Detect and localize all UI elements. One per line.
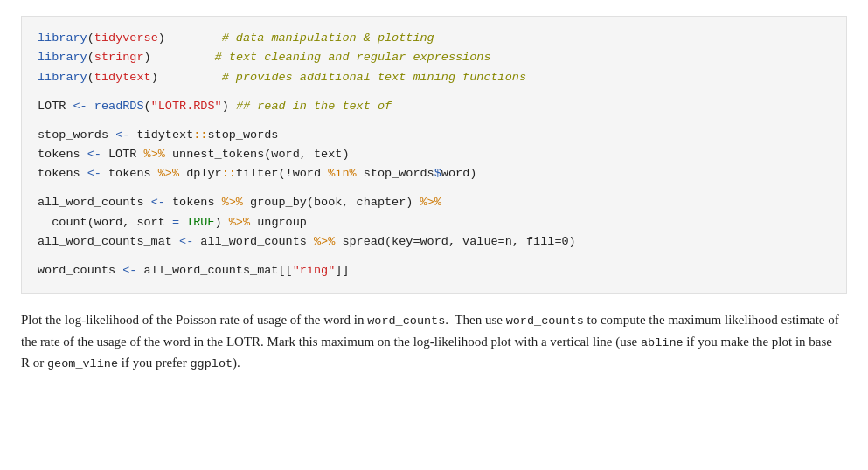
- code-line-10: all_word_counts_mat <- all_word_counts %…: [38, 232, 830, 252]
- code-line-1: library(tidyverse) # data manipulation &…: [38, 29, 830, 48]
- code-line-9: count(word, sort = TRUE) %>% ungroup: [38, 213, 830, 232]
- code-line-6: tokens <- LOTR %>% unnest_tokens(word, t…: [38, 145, 830, 164]
- code-line-8: all_word_counts <- tokens %>% group_by(b…: [38, 193, 830, 212]
- prose-paragraph: Plot the log-likelihood of the Poisson r…: [21, 309, 843, 374]
- code-line-4: LOTR <- readRDS("LOTR.RDS") ## read in t…: [38, 97, 830, 116]
- inline-code-word-counts-2: word_counts: [506, 314, 584, 328]
- code-block: library(tidyverse) # data manipulation &…: [21, 16, 847, 294]
- code-line-2: library(stringr) # text cleaning and reg…: [38, 48, 830, 67]
- inline-code-word-counts-1: word_counts: [367, 314, 445, 328]
- inline-code-ggplot: ggplot: [190, 357, 233, 370]
- code-line-3: library(tidytext) # provides additional …: [38, 68, 830, 87]
- inline-code-geom-vline: geom_vline: [47, 357, 118, 370]
- inline-code-abline: abline: [641, 336, 684, 349]
- prose-section: Plot the log-likelihood of the Poisson r…: [21, 309, 843, 374]
- code-line-11: word_counts <- all_word_counts_mat[["rin…: [38, 261, 830, 280]
- code-line-5: stop_words <- tidytext::stop_words: [38, 126, 830, 145]
- code-line-7: tokens <- tokens %>% dplyr::filter(!word…: [38, 164, 830, 183]
